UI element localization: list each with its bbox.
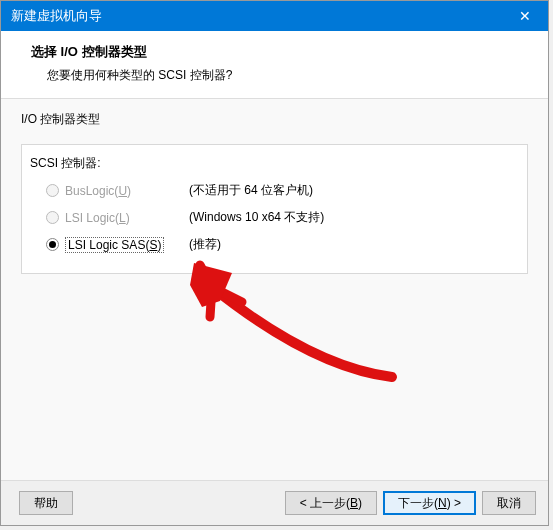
radio-note: (Windows 10 x64 不支持) bbox=[189, 209, 324, 226]
radio-label: BusLogic(U) bbox=[65, 184, 175, 198]
radio-icon bbox=[46, 184, 59, 197]
close-icon: ✕ bbox=[519, 8, 531, 24]
close-button[interactable]: ✕ bbox=[502, 1, 548, 31]
scsi-label: SCSI 控制器: bbox=[30, 155, 519, 172]
radio-note: (不适用于 64 位客户机) bbox=[189, 182, 313, 199]
radio-option-lsilogicsas[interactable]: LSI Logic SAS(S) (推荐) bbox=[46, 236, 519, 253]
radio-note: (推荐) bbox=[189, 236, 221, 253]
group-legend: I/O 控制器类型 bbox=[21, 111, 528, 128]
footer: 帮助 < 上一步(B) 下一步(N) > 取消 bbox=[1, 480, 548, 525]
window-title: 新建虚拟机向导 bbox=[11, 7, 102, 25]
radio-label: LSI Logic SAS(S) bbox=[65, 238, 175, 252]
back-button[interactable]: < 上一步(B) bbox=[285, 491, 377, 515]
radio-icon bbox=[46, 238, 59, 251]
cancel-button[interactable]: 取消 bbox=[482, 491, 536, 515]
wizard-header: 选择 I/O 控制器类型 您要使用何种类型的 SCSI 控制器? bbox=[1, 31, 548, 99]
radio-label: LSI Logic(L) bbox=[65, 211, 175, 225]
next-button[interactable]: 下一步(N) > bbox=[383, 491, 476, 515]
radio-icon bbox=[46, 211, 59, 224]
annotation-arrow bbox=[162, 257, 422, 397]
titlebar: 新建虚拟机向导 ✕ bbox=[1, 1, 548, 31]
wizard-window: 新建虚拟机向导 ✕ 选择 I/O 控制器类型 您要使用何种类型的 SCSI 控制… bbox=[0, 0, 549, 526]
page-title: 选择 I/O 控制器类型 bbox=[31, 43, 528, 61]
scsi-subsection: SCSI 控制器: BusLogic(U) (不适用于 64 位客户机) LSI… bbox=[22, 145, 527, 253]
content-area: I/O 控制器类型 SCSI 控制器: BusLogic(U) (不适用于 64… bbox=[1, 99, 548, 480]
help-button[interactable]: 帮助 bbox=[19, 491, 73, 515]
controller-group: SCSI 控制器: BusLogic(U) (不适用于 64 位客户机) LSI… bbox=[21, 144, 528, 274]
radio-option-lsilogic: LSI Logic(L) (Windows 10 x64 不支持) bbox=[46, 209, 519, 226]
radio-option-buslogic: BusLogic(U) (不适用于 64 位客户机) bbox=[46, 182, 519, 199]
svg-marker-0 bbox=[190, 263, 232, 307]
page-subtitle: 您要使用何种类型的 SCSI 控制器? bbox=[47, 67, 528, 84]
